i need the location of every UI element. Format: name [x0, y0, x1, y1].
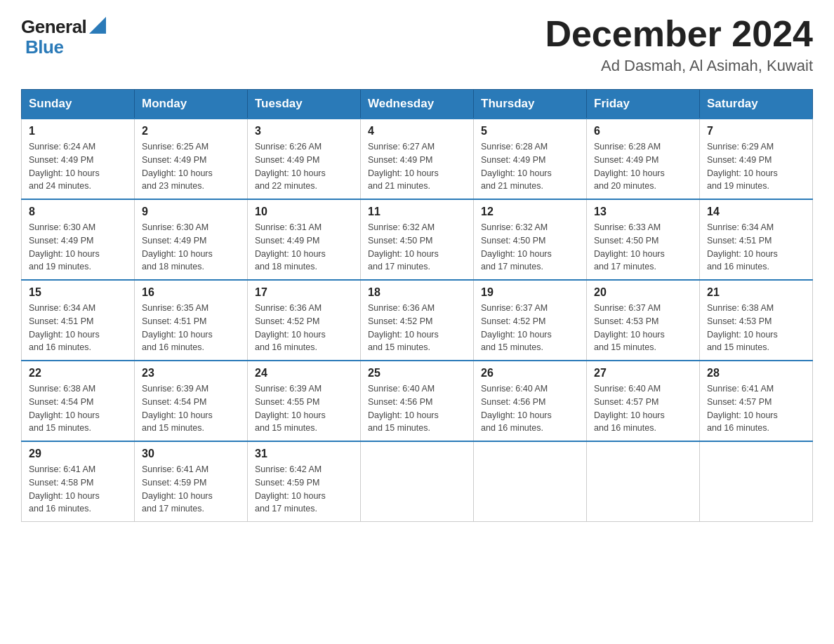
- day-info: Sunrise: 6:42 AMSunset: 4:59 PMDaylight:…: [255, 463, 353, 516]
- table-row: 13Sunrise: 6:33 AMSunset: 4:50 PMDayligh…: [587, 199, 700, 280]
- day-number: 21: [707, 286, 805, 299]
- day-number: 3: [255, 125, 353, 137]
- day-number: 31: [255, 448, 353, 460]
- table-row: 24Sunrise: 6:39 AMSunset: 4:55 PMDayligh…: [248, 361, 361, 441]
- day-info: Sunrise: 6:29 AMSunset: 4:49 PMDaylight:…: [707, 140, 805, 193]
- day-number: 22: [29, 367, 127, 380]
- table-row: 21Sunrise: 6:38 AMSunset: 4:53 PMDayligh…: [700, 280, 813, 361]
- day-number: 5: [481, 125, 579, 137]
- day-info: Sunrise: 6:30 AMSunset: 4:49 PMDaylight:…: [29, 221, 127, 274]
- day-info: Sunrise: 6:34 AMSunset: 4:51 PMDaylight:…: [29, 302, 127, 354]
- day-info: Sunrise: 6:38 AMSunset: 4:53 PMDaylight:…: [707, 302, 805, 354]
- day-number: 17: [255, 286, 353, 299]
- calendar-week-row: 22Sunrise: 6:38 AMSunset: 4:54 PMDayligh…: [22, 361, 813, 441]
- month-title: December 2024: [545, 14, 813, 54]
- day-info: Sunrise: 6:41 AMSunset: 4:59 PMDaylight:…: [142, 463, 240, 516]
- day-number: 30: [142, 448, 240, 460]
- table-row: 3Sunrise: 6:26 AMSunset: 4:49 PMDaylight…: [248, 119, 361, 199]
- col-sunday: Sunday: [22, 90, 135, 119]
- table-row: 31Sunrise: 6:42 AMSunset: 4:59 PMDayligh…: [248, 441, 361, 522]
- calendar-week-row: 29Sunrise: 6:41 AMSunset: 4:58 PMDayligh…: [22, 441, 813, 522]
- day-info: Sunrise: 6:28 AMSunset: 4:49 PMDaylight:…: [594, 140, 692, 193]
- table-row: [361, 441, 474, 522]
- day-number: 29: [29, 448, 127, 460]
- calendar-table: Sunday Monday Tuesday Wednesday Thursday…: [21, 89, 813, 522]
- day-info: Sunrise: 6:40 AMSunset: 4:57 PMDaylight:…: [594, 382, 692, 435]
- table-row: 23Sunrise: 6:39 AMSunset: 4:54 PMDayligh…: [135, 361, 248, 441]
- day-info: Sunrise: 6:41 AMSunset: 4:58 PMDaylight:…: [29, 463, 127, 516]
- table-row: 4Sunrise: 6:27 AMSunset: 4:49 PMDaylight…: [361, 119, 474, 199]
- table-row: 30Sunrise: 6:41 AMSunset: 4:59 PMDayligh…: [135, 441, 248, 522]
- table-row: 8Sunrise: 6:30 AMSunset: 4:49 PMDaylight…: [22, 199, 135, 280]
- day-info: Sunrise: 6:31 AMSunset: 4:49 PMDaylight:…: [255, 221, 353, 274]
- day-number: 24: [255, 367, 353, 380]
- day-info: Sunrise: 6:33 AMSunset: 4:50 PMDaylight:…: [594, 221, 692, 274]
- table-row: 18Sunrise: 6:36 AMSunset: 4:52 PMDayligh…: [361, 280, 474, 361]
- day-info: Sunrise: 6:25 AMSunset: 4:49 PMDaylight:…: [142, 140, 240, 193]
- table-row: 22Sunrise: 6:38 AMSunset: 4:54 PMDayligh…: [22, 361, 135, 441]
- table-row: 1Sunrise: 6:24 AMSunset: 4:49 PMDaylight…: [22, 119, 135, 199]
- day-info: Sunrise: 6:39 AMSunset: 4:55 PMDaylight:…: [255, 382, 353, 435]
- table-row: [700, 441, 813, 522]
- day-number: 25: [368, 367, 466, 380]
- table-row: 25Sunrise: 6:40 AMSunset: 4:56 PMDayligh…: [361, 361, 474, 441]
- col-wednesday: Wednesday: [361, 90, 474, 119]
- table-row: [587, 441, 700, 522]
- col-thursday: Thursday: [474, 90, 587, 119]
- page-header: General Blue December 2024 Ad Dasmah, Al…: [21, 14, 813, 75]
- day-number: 1: [29, 125, 127, 137]
- day-info: Sunrise: 6:38 AMSunset: 4:54 PMDaylight:…: [29, 382, 127, 435]
- table-row: 26Sunrise: 6:40 AMSunset: 4:56 PMDayligh…: [474, 361, 587, 441]
- day-info: Sunrise: 6:26 AMSunset: 4:49 PMDaylight:…: [255, 140, 353, 193]
- table-row: 28Sunrise: 6:41 AMSunset: 4:57 PMDayligh…: [700, 361, 813, 441]
- table-row: 15Sunrise: 6:34 AMSunset: 4:51 PMDayligh…: [22, 280, 135, 361]
- day-number: 18: [368, 286, 466, 299]
- logo-blue-text: Blue: [25, 36, 63, 58]
- col-friday: Friday: [587, 90, 700, 119]
- day-number: 10: [255, 206, 353, 218]
- calendar-week-row: 1Sunrise: 6:24 AMSunset: 4:49 PMDaylight…: [22, 119, 813, 199]
- day-number: 14: [707, 206, 805, 218]
- day-info: Sunrise: 6:37 AMSunset: 4:52 PMDaylight:…: [481, 302, 579, 354]
- table-row: 7Sunrise: 6:29 AMSunset: 4:49 PMDaylight…: [700, 119, 813, 199]
- table-row: 27Sunrise: 6:40 AMSunset: 4:57 PMDayligh…: [587, 361, 700, 441]
- day-info: Sunrise: 6:40 AMSunset: 4:56 PMDaylight:…: [481, 382, 579, 435]
- table-row: 20Sunrise: 6:37 AMSunset: 4:53 PMDayligh…: [587, 280, 700, 361]
- day-info: Sunrise: 6:35 AMSunset: 4:51 PMDaylight:…: [142, 302, 240, 354]
- table-row: 9Sunrise: 6:30 AMSunset: 4:49 PMDaylight…: [135, 199, 248, 280]
- logo: General Blue: [21, 14, 109, 58]
- calendar-week-row: 15Sunrise: 6:34 AMSunset: 4:51 PMDayligh…: [22, 280, 813, 361]
- day-info: Sunrise: 6:40 AMSunset: 4:56 PMDaylight:…: [368, 382, 466, 435]
- day-info: Sunrise: 6:24 AMSunset: 4:49 PMDaylight:…: [29, 140, 127, 193]
- day-info: Sunrise: 6:32 AMSunset: 4:50 PMDaylight:…: [368, 221, 466, 274]
- logo-triangle-icon: [86, 14, 109, 39]
- day-number: 27: [594, 367, 692, 380]
- title-section: December 2024 Ad Dasmah, Al Asimah, Kuwa…: [545, 14, 813, 75]
- table-row: 11Sunrise: 6:32 AMSunset: 4:50 PMDayligh…: [361, 199, 474, 280]
- day-info: Sunrise: 6:41 AMSunset: 4:57 PMDaylight:…: [707, 382, 805, 435]
- table-row: 14Sunrise: 6:34 AMSunset: 4:51 PMDayligh…: [700, 199, 813, 280]
- table-row: 5Sunrise: 6:28 AMSunset: 4:49 PMDaylight…: [474, 119, 587, 199]
- day-info: Sunrise: 6:36 AMSunset: 4:52 PMDaylight:…: [255, 302, 353, 354]
- day-info: Sunrise: 6:30 AMSunset: 4:49 PMDaylight:…: [142, 221, 240, 274]
- day-number: 26: [481, 367, 579, 380]
- calendar-header-row: Sunday Monday Tuesday Wednesday Thursday…: [22, 90, 813, 119]
- day-info: Sunrise: 6:37 AMSunset: 4:53 PMDaylight:…: [594, 302, 692, 354]
- table-row: 17Sunrise: 6:36 AMSunset: 4:52 PMDayligh…: [248, 280, 361, 361]
- logo-general-text: General: [21, 16, 86, 38]
- table-row: 10Sunrise: 6:31 AMSunset: 4:49 PMDayligh…: [248, 199, 361, 280]
- calendar-week-row: 8Sunrise: 6:30 AMSunset: 4:49 PMDaylight…: [22, 199, 813, 280]
- day-number: 19: [481, 286, 579, 299]
- day-number: 4: [368, 125, 466, 137]
- day-number: 16: [142, 286, 240, 299]
- col-tuesday: Tuesday: [248, 90, 361, 119]
- day-info: Sunrise: 6:32 AMSunset: 4:50 PMDaylight:…: [481, 221, 579, 274]
- day-info: Sunrise: 6:36 AMSunset: 4:52 PMDaylight:…: [368, 302, 466, 354]
- day-number: 20: [594, 286, 692, 299]
- table-row: 2Sunrise: 6:25 AMSunset: 4:49 PMDaylight…: [135, 119, 248, 199]
- day-number: 13: [594, 206, 692, 218]
- location-title: Ad Dasmah, Al Asimah, Kuwait: [545, 57, 813, 75]
- day-number: 6: [594, 125, 692, 137]
- day-number: 12: [481, 206, 579, 218]
- col-monday: Monday: [135, 90, 248, 119]
